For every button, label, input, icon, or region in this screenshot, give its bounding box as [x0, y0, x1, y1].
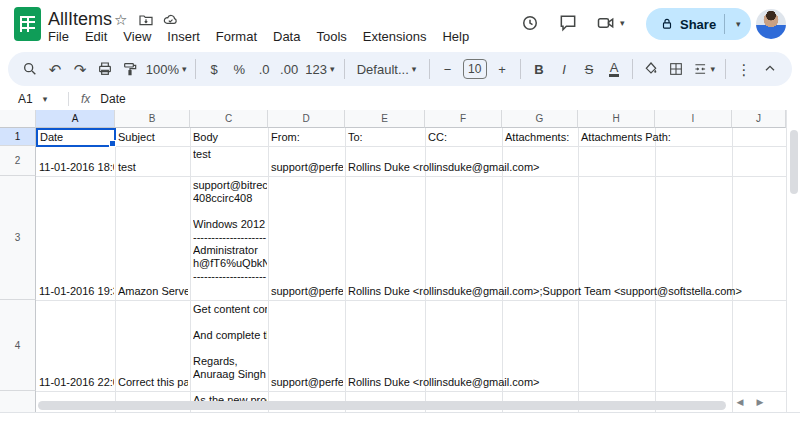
cell-B2[interactable]: test [118, 161, 136, 174]
collapse-toolbar-icon[interactable] [758, 57, 782, 81]
decrease-font-size-button[interactable]: − [436, 57, 460, 81]
borders-icon[interactable] [664, 57, 688, 81]
cell-F1[interactable]: CC: [428, 131, 447, 144]
menu-format[interactable]: Format [212, 27, 261, 46]
menu-view[interactable]: View [119, 27, 155, 46]
cell-B3[interactable]: Amazon Server ( [118, 285, 188, 298]
toolbar-divider [632, 59, 633, 79]
toolbar-divider [725, 59, 726, 79]
version-history-icon[interactable] [520, 13, 540, 33]
gridline [655, 128, 656, 412]
cell-E2[interactable]: Rollins Duke <rollinsduke@gmail.com> [348, 161, 540, 174]
share-button[interactable]: Share [646, 8, 724, 40]
vertical-scrollbar-thumb[interactable] [790, 130, 798, 194]
share-caret-icon[interactable]: ▾ [725, 19, 751, 29]
cell-D2[interactable]: support@perfect [271, 161, 343, 174]
fill-handle[interactable] [109, 140, 116, 147]
cell-E3[interactable]: Rollins Duke <rollinsduke@gmail.com>;Sup… [348, 285, 742, 298]
col-header-J[interactable]: J [732, 110, 786, 128]
paint-format-icon[interactable] [118, 57, 142, 81]
bold-button[interactable]: B [527, 57, 551, 81]
font-size-input[interactable]: 10 [463, 59, 487, 79]
menu-help[interactable]: Help [438, 27, 473, 46]
increase-decimal-button[interactable]: .00 [277, 57, 301, 81]
row-header-3[interactable]: 3 [0, 176, 36, 300]
col-header-H[interactable]: H [578, 110, 655, 128]
menu-insert[interactable]: Insert [163, 27, 204, 46]
cell-E1[interactable]: To: [348, 131, 363, 144]
cell-E4[interactable]: Rollins Duke <rollinsduke@gmail.com> [348, 376, 540, 389]
toolbar: ↶ ↷ 100%▾ $ % .0 .00 123▾ Default...▾ − … [8, 52, 792, 86]
row-header-1[interactable]: 1 [0, 128, 36, 146]
meet-caret-icon[interactable]: ▾ [620, 18, 625, 28]
sheets-logo-icon[interactable] [14, 7, 41, 41]
menu-edit[interactable]: Edit [81, 27, 111, 46]
corner-header[interactable] [0, 110, 36, 128]
col-header-G[interactable]: G [502, 110, 578, 128]
cell-A2[interactable]: 11-01-2016 18:0 [39, 161, 114, 174]
cell-B1[interactable]: Subject [118, 131, 155, 144]
italic-button[interactable]: I [552, 57, 576, 81]
cell-A4[interactable]: 11-01-2016 22:0 [39, 376, 114, 389]
text-color-button[interactable]: A [602, 57, 626, 81]
cell-H1[interactable]: Attachments Path: [581, 131, 671, 144]
cell-D1[interactable]: From: [271, 131, 300, 144]
zoom-caret-icon: ▾ [182, 64, 187, 74]
menu-file[interactable]: File [44, 27, 73, 46]
formula-bar-divider [68, 92, 69, 106]
fill-color-icon[interactable] [639, 57, 663, 81]
col-header-E[interactable]: E [345, 110, 425, 128]
meet-camera-icon[interactable] [596, 13, 616, 33]
font-caret-icon: ▾ [412, 64, 417, 74]
formula-input[interactable]: Date [100, 92, 125, 106]
zoom-select[interactable]: 100%▾ [143, 57, 189, 81]
number-format-caret-icon: ▾ [330, 64, 335, 74]
row-header-2[interactable]: 2 [0, 146, 36, 176]
more-options-icon[interactable]: ⋮ [732, 57, 756, 81]
col-header-D[interactable]: D [268, 110, 345, 128]
cell-A3[interactable]: 11-01-2016 19:3 [39, 285, 114, 298]
search-icon[interactable] [18, 57, 42, 81]
cell-D3[interactable]: support@perfect [271, 285, 343, 298]
name-box-caret-icon[interactable]: ▾ [43, 94, 48, 104]
cell-C1[interactable]: Body [193, 131, 218, 144]
move-folder-icon[interactable] [138, 12, 154, 28]
redo-icon[interactable]: ↷ [68, 57, 92, 81]
merge-cells-button[interactable]: ▾ [689, 57, 719, 81]
comments-icon[interactable] [558, 13, 578, 33]
cell-C4[interactable]: Get content corre And complete the Regar… [193, 303, 267, 388]
menu-tools[interactable]: Tools [312, 27, 350, 46]
scroll-left-icon[interactable]: ◀ [732, 397, 748, 407]
cell-D4[interactable]: support@perfect [271, 376, 343, 389]
toolbar-divider [344, 59, 345, 79]
col-header-C[interactable]: C [190, 110, 268, 128]
row-header-5-partial[interactable] [0, 391, 36, 412]
user-avatar[interactable] [756, 9, 786, 39]
horizontal-scrollbar-thumb[interactable] [38, 401, 726, 410]
cell-B4[interactable]: Correct this page [118, 376, 188, 389]
scroll-right-icon[interactable]: ▶ [752, 397, 768, 407]
col-header-A[interactable]: A [36, 110, 115, 128]
font-select[interactable]: Default...▾ [351, 57, 423, 81]
cloud-saved-icon[interactable] [162, 12, 179, 28]
col-header-B[interactable]: B [115, 110, 190, 128]
undo-icon[interactable]: ↶ [43, 57, 67, 81]
vertical-scrollbar[interactable] [786, 110, 800, 412]
number-format-button[interactable]: 123▾ [302, 57, 337, 81]
star-icon[interactable]: ☆ [114, 12, 127, 28]
cell-C3[interactable]: support@bitreco 408ccirc408 Windows 2012… [193, 179, 267, 297]
format-currency-button[interactable]: $ [202, 57, 226, 81]
increase-font-size-button[interactable]: + [490, 57, 514, 81]
row-header-4[interactable]: 4 [0, 300, 36, 391]
name-box[interactable]: A1 ▾ [0, 92, 62, 106]
cell-C2[interactable]: test [193, 148, 267, 161]
menu-extensions[interactable]: Extensions [359, 27, 431, 46]
col-header-I[interactable]: I [655, 110, 732, 128]
strikethrough-button[interactable]: S [577, 57, 601, 81]
col-header-F[interactable]: F [425, 110, 502, 128]
print-icon[interactable] [93, 57, 117, 81]
menu-data[interactable]: Data [269, 27, 304, 46]
cell-G1[interactable]: Attachments: [505, 131, 569, 144]
decrease-decimal-button[interactable]: .0 [252, 57, 276, 81]
format-percent-button[interactable]: % [227, 57, 251, 81]
